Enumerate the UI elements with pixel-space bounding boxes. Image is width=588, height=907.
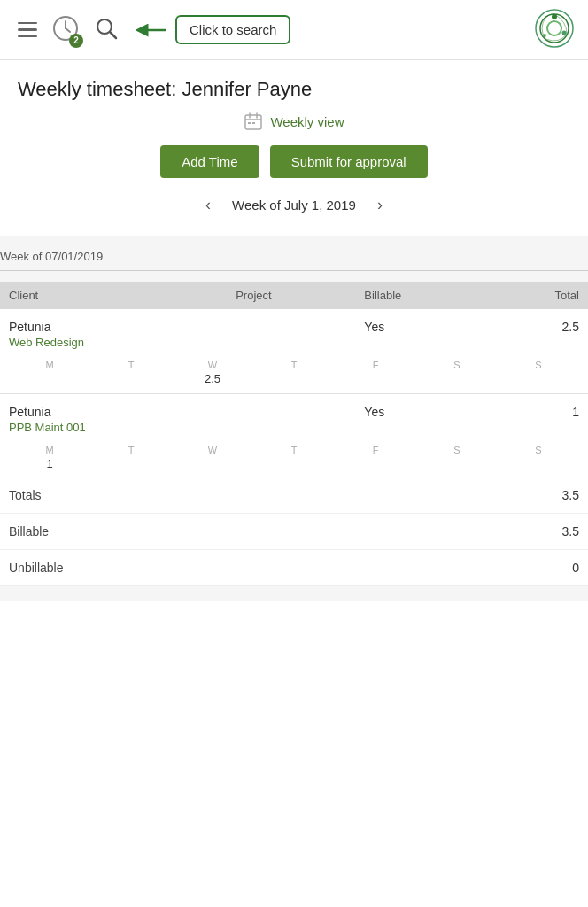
svg-line-4 bbox=[111, 32, 117, 38]
search-tooltip-box: Click to search bbox=[175, 15, 290, 44]
header-left: 2 Click to search bbox=[14, 12, 290, 48]
week-date-label: Week of 07/01/2019 bbox=[0, 250, 588, 271]
entry-total-1: 1 bbox=[487, 393, 588, 438]
clock-badge-button[interactable]: 2 bbox=[51, 14, 80, 46]
day-cell: T bbox=[253, 445, 335, 470]
entry-project-col-1 bbox=[227, 393, 355, 438]
total-value: 0 bbox=[572, 561, 579, 575]
entry-billable-1: Yes bbox=[355, 393, 487, 438]
col-total: Total bbox=[487, 282, 588, 309]
svg-rect-18 bbox=[252, 122, 255, 124]
day-cell: W2.5 bbox=[172, 360, 253, 385]
table-row: Petunia PPB Maint 001 Yes 1 bbox=[0, 393, 588, 438]
total-label: Totals bbox=[9, 488, 42, 502]
entry-project-link-1[interactable]: PPB Maint 001 bbox=[9, 421, 218, 434]
entry-total-0: 2.5 bbox=[487, 309, 588, 353]
timesheet-table: Client Project Billable Total Petunia We… bbox=[0, 282, 588, 477]
day-cell: M1 bbox=[9, 445, 90, 470]
entry-project-link-0[interactable]: Web Redesign bbox=[9, 336, 218, 349]
search-tooltip-text: Click to search bbox=[190, 22, 276, 37]
svg-rect-17 bbox=[248, 122, 251, 124]
total-label: Billable bbox=[9, 524, 49, 539]
day-cell: T bbox=[90, 360, 172, 385]
submit-approval-button[interactable]: Submit for approval bbox=[270, 145, 428, 178]
day-cell: S bbox=[416, 445, 498, 470]
action-buttons-row: Add Time Submit for approval bbox=[18, 145, 570, 178]
entry-client-0: Petunia Web Redesign bbox=[0, 309, 227, 353]
day-cell: F bbox=[335, 360, 416, 385]
svg-point-3 bbox=[97, 19, 112, 34]
day-cell: F bbox=[335, 445, 416, 470]
day-cell: T bbox=[90, 445, 172, 470]
entry-billable-0: Yes bbox=[355, 309, 487, 353]
entry-client-1: Petunia PPB Maint 001 bbox=[0, 393, 227, 438]
page-title: Weekly timesheet: Jennifer Payne bbox=[18, 78, 570, 101]
total-value: 3.5 bbox=[562, 488, 579, 502]
header: 2 Click to search bbox=[0, 0, 588, 60]
app-logo-icon[interactable] bbox=[535, 9, 574, 48]
next-week-button[interactable]: › bbox=[370, 192, 390, 218]
weekly-view-row: Weekly view bbox=[18, 112, 570, 131]
total-row: Unbillable0 bbox=[0, 550, 588, 586]
svg-point-9 bbox=[547, 21, 561, 35]
page-title-prefix: Weekly timesheet: bbox=[18, 78, 176, 100]
col-billable: Billable bbox=[355, 282, 487, 309]
table-header-row: Client Project Billable Total bbox=[0, 282, 588, 309]
main-content: Weekly timesheet: Jennifer Payne Weekly … bbox=[0, 60, 588, 218]
add-time-button[interactable]: Add Time bbox=[160, 145, 259, 178]
total-row: Billable3.5 bbox=[0, 514, 588, 550]
total-label: Unbillable bbox=[9, 561, 63, 575]
current-week-label: Week of July 1, 2019 bbox=[232, 198, 356, 213]
day-cell: S bbox=[498, 360, 579, 385]
totals-section: Totals3.5Billable3.5Unbillable0 bbox=[0, 477, 588, 586]
table-row: Petunia Web Redesign Yes 2.5 bbox=[0, 309, 588, 353]
arrow-left-icon bbox=[136, 20, 168, 40]
svg-point-11 bbox=[562, 30, 567, 35]
day-cell: M bbox=[9, 360, 90, 385]
timesheet-section: Week of 07/01/2019 Client Project Billab… bbox=[0, 236, 588, 601]
day-cell: S bbox=[416, 360, 498, 385]
page-title-name: Jennifer Payne bbox=[182, 78, 312, 100]
weekly-view-link[interactable]: Weekly view bbox=[270, 114, 344, 129]
svg-line-2 bbox=[66, 28, 70, 32]
search-tooltip-area: Click to search bbox=[136, 15, 290, 44]
days-row: M1TWTFSS bbox=[0, 438, 588, 477]
header-right bbox=[535, 9, 574, 51]
days-grid-cell: MTW2.5TFSS bbox=[0, 353, 588, 392]
total-value: 3.5 bbox=[562, 524, 579, 539]
days-row: MTW2.5TFSS bbox=[0, 353, 588, 392]
prev-week-button[interactable]: ‹ bbox=[198, 192, 218, 218]
search-icon-button[interactable] bbox=[90, 12, 122, 48]
entry-project-col-0 bbox=[227, 309, 355, 353]
week-navigation: ‹ Week of July 1, 2019 › bbox=[18, 192, 570, 218]
hamburger-menu-icon[interactable] bbox=[14, 19, 41, 42]
day-cell: S bbox=[498, 445, 579, 470]
total-row: Totals3.5 bbox=[0, 477, 588, 514]
notification-badge: 2 bbox=[69, 34, 83, 48]
calendar-icon bbox=[244, 112, 263, 131]
col-project: Project bbox=[227, 282, 355, 309]
col-client: Client bbox=[0, 282, 227, 309]
day-cell: T bbox=[253, 360, 335, 385]
day-cell: W bbox=[172, 445, 253, 470]
days-grid-cell: M1TWTFSS bbox=[0, 438, 588, 477]
